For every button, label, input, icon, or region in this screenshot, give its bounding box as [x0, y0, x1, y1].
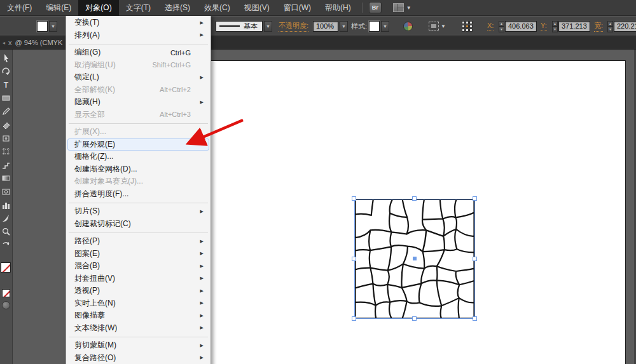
brush-tool-icon[interactable]	[1, 213, 11, 223]
menu-item[interactable]: 全部解锁(K)Alt+Ctrl+2	[67, 84, 209, 97]
chevron-down-icon[interactable]: ▼	[441, 24, 446, 29]
selection-handle[interactable]	[352, 257, 356, 261]
align-icon[interactable]	[429, 22, 439, 30]
menu-item[interactable]: 拼合透明度(F)...	[67, 188, 209, 201]
hand-tool-icon[interactable]	[1, 67, 11, 76]
artboard-tool-icon[interactable]	[1, 147, 11, 156]
type-tool-icon[interactable]: T	[1, 80, 11, 90]
column-graph-tool-icon[interactable]	[1, 200, 11, 210]
selection-handle[interactable]	[473, 257, 477, 261]
menubar-item[interactable]: 帮助(H)	[318, 0, 358, 16]
selection-handle[interactable]	[352, 196, 356, 201]
menu-item[interactable]: 编组(G)Ctrl+G	[67, 46, 209, 59]
menu-item-label: 排列(A)	[74, 30, 198, 41]
eraser-tool-icon[interactable]	[1, 120, 11, 130]
menu-item[interactable]: 创建裁切标记(C)	[67, 218, 209, 231]
menubar-item[interactable]: 对象(O)	[78, 0, 118, 16]
selection-handle[interactable]	[412, 196, 417, 201]
draw-mode-button[interactable]	[2, 301, 10, 309]
x-position-link[interactable]: X:	[487, 22, 494, 30]
knife-tool-icon[interactable]	[1, 133, 11, 143]
selection-handle[interactable]	[412, 316, 417, 321]
width-stepper[interactable]: ▲▼	[607, 21, 613, 32]
swap-arrow-icon[interactable]	[1, 240, 11, 250]
y-position-input[interactable]: 371.213	[558, 21, 590, 32]
recolor-artwork-icon[interactable]	[403, 22, 413, 31]
gradient-tool-icon[interactable]	[1, 173, 11, 183]
zoom-tool-icon[interactable]	[1, 227, 11, 236]
pattern-object[interactable]	[354, 199, 475, 319]
graphic-style-swatch[interactable]	[369, 21, 380, 32]
width-link[interactable]: 宽:	[594, 21, 603, 32]
reference-point-locator[interactable]	[462, 21, 473, 32]
menu-item-label: 切片(S)	[74, 206, 198, 217]
stroke-style-value: 基本	[244, 22, 258, 31]
selection-handle[interactable]	[352, 316, 356, 321]
menu-item[interactable]: 隐藏(H)▶	[67, 96, 209, 109]
symbol-tool-icon[interactable]	[1, 187, 11, 196]
menu-item-label: 路径(P)	[74, 236, 198, 246]
menu-item[interactable]: 锁定(L)▶	[67, 71, 209, 84]
selection-handle[interactable]	[473, 316, 477, 321]
menu-item[interactable]: 创建对象马赛克(J)...	[67, 175, 209, 188]
menu-item[interactable]: 复合路径(O)▶	[67, 352, 209, 364]
menu-item[interactable]: 路径(P)▶	[67, 235, 209, 248]
menu-item[interactable]: 切片(S)▶	[67, 205, 209, 218]
selection-center-point[interactable]	[413, 257, 417, 260]
menu-item-label: 封套扭曲(V)	[74, 273, 198, 284]
fill-color-control[interactable]	[37, 21, 48, 32]
x-stepper[interactable]: ▲▼	[499, 21, 504, 32]
menubar-item[interactable]: 窗口(W)	[277, 0, 318, 16]
selection-handle[interactable]	[473, 196, 477, 201]
fill-color-swatch[interactable]	[1, 262, 11, 273]
x-position-input[interactable]: 406.063	[505, 21, 537, 32]
menu-separator	[69, 203, 208, 203]
opacity-input[interactable]: 100%	[313, 21, 338, 32]
tab-close-icon[interactable]: x	[8, 39, 12, 46]
menu-item[interactable]: 变换(T)▶	[67, 17, 209, 29]
submenu-arrow-icon: ▶	[198, 288, 204, 293]
menubar-item[interactable]: 文件(F)	[0, 0, 39, 16]
menu-item[interactable]: 透视(P)▶	[67, 285, 209, 297]
steps-tool-icon[interactable]	[1, 160, 11, 170]
y-position-link[interactable]: Y:	[541, 22, 547, 30]
bridge-button[interactable]: Br	[369, 2, 382, 13]
menu-item-label: 创建渐变网格(D)...	[74, 164, 198, 175]
opacity-link[interactable]: 不透明度:	[279, 21, 308, 32]
menu-item[interactable]: 取消编组(U)Shift+Ctrl+G	[67, 59, 209, 72]
stroke-style-select[interactable]: 基本	[216, 21, 263, 32]
rectangle-tool-icon[interactable]	[1, 93, 11, 103]
graphic-style-dropdown[interactable]: ▼	[381, 21, 389, 32]
menu-item-label: 拼合透明度(F)...	[74, 189, 198, 199]
menubar-item[interactable]: 选择(S)	[158, 0, 197, 16]
fill-stroke-control[interactable]	[1, 262, 12, 279]
tab-scroll-icon[interactable]: ◂	[3, 40, 5, 46]
opacity-dropdown[interactable]: ▼	[340, 21, 348, 32]
submenu-arrow-icon: ▶	[198, 75, 204, 80]
y-stepper[interactable]: ▲▼	[552, 21, 558, 32]
menu-item[interactable]: 文本绕排(W)▶	[67, 322, 209, 335]
menu-item[interactable]: 排列(A)▶	[67, 29, 209, 42]
workspace-layout-icon	[393, 3, 404, 12]
workspace-switcher[interactable]: ▼	[393, 3, 411, 12]
menu-item[interactable]: 封套扭曲(V)▶	[67, 273, 209, 285]
chevron-down-icon: ▼	[406, 5, 411, 11]
menu-item[interactable]: 混合(B)▶	[67, 260, 209, 273]
menu-item[interactable]: 图案(E)▶	[67, 248, 209, 260]
none-color-swatch[interactable]	[2, 289, 10, 297]
menu-item[interactable]: 剪切蒙版(M)▶	[67, 339, 209, 352]
fill-color-dropdown[interactable]: ▼	[49, 21, 57, 32]
document-tab-title[interactable]: @ 94% (CMYK	[15, 39, 63, 46]
pencil-tool-icon[interactable]	[1, 107, 11, 116]
menubar-item[interactable]: 效果(C)	[197, 0, 237, 16]
menubar-item[interactable]: 视图(V)	[237, 0, 277, 16]
menubar-item[interactable]: 文字(T)	[119, 0, 158, 16]
selection-tool-icon[interactable]	[1, 53, 11, 63]
menu-item[interactable]: 创建渐变网格(D)...	[67, 163, 209, 176]
width-input[interactable]: 220.212	[614, 21, 636, 32]
menu-item-label: 实时上色(N)	[74, 298, 198, 309]
menubar-item[interactable]: 编辑(E)	[39, 0, 78, 16]
menu-item[interactable]: 实时上色(N)▶	[67, 297, 209, 310]
menu-item[interactable]: 图像描摹▶	[67, 309, 209, 322]
stroke-style-dropdown[interactable]: ▼	[264, 21, 272, 32]
